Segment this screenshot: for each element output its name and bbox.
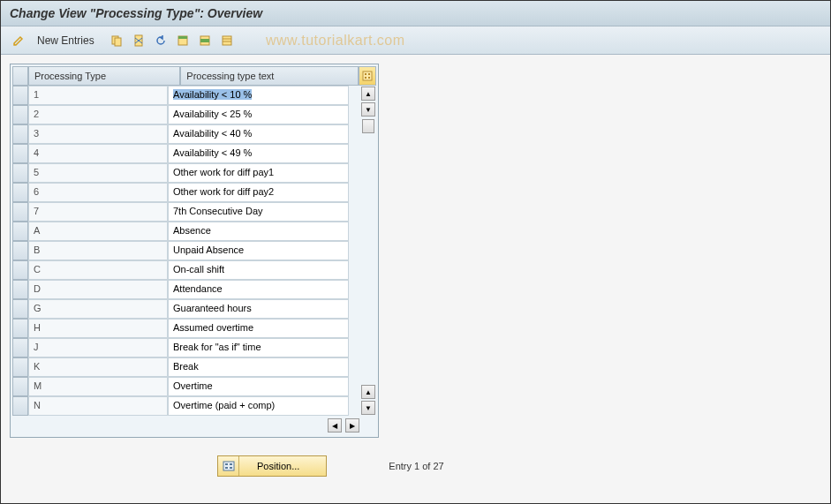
processing-type-text-cell[interactable]: Break for "as if" time bbox=[168, 338, 349, 357]
processing-type-text-cell[interactable]: 7th Consecutive Day bbox=[168, 202, 349, 222]
table-row[interactable]: DAttendance bbox=[12, 280, 360, 299]
processing-type-text-cell[interactable]: Other work for diff pay1 bbox=[168, 163, 349, 183]
scroll-right-arrow-icon[interactable]: ▶ bbox=[345, 418, 359, 433]
row-selector[interactable] bbox=[12, 163, 28, 183]
processing-type-cell[interactable]: H bbox=[28, 319, 168, 338]
row-selector[interactable] bbox=[12, 377, 28, 396]
table-row[interactable]: GGuaranteed hours bbox=[12, 299, 360, 319]
column-header-text[interactable]: Processing type text bbox=[180, 66, 359, 86]
processing-type-cell[interactable]: 7 bbox=[28, 202, 168, 222]
row-selector[interactable] bbox=[12, 299, 28, 319]
footer-area: Position... Entry 1 of 27 bbox=[10, 438, 821, 494]
processing-type-cell[interactable]: 3 bbox=[28, 124, 168, 144]
table-row[interactable]: 4Availability < 49 % bbox=[12, 144, 360, 163]
processing-type-cell[interactable]: D bbox=[28, 280, 168, 299]
scroll-down-arrow-icon[interactable]: ▼ bbox=[361, 401, 375, 415]
horizontal-scrollbar[interactable]: ◀ ▶ bbox=[12, 416, 376, 435]
undo-icon[interactable] bbox=[152, 32, 170, 49]
processing-type-text-cell[interactable]: Overtime (paid + comp) bbox=[168, 396, 349, 416]
processing-type-cell[interactable]: 5 bbox=[28, 163, 168, 183]
row-selector[interactable] bbox=[12, 105, 28, 124]
table-row[interactable]: BUnpaid Absence bbox=[12, 241, 360, 260]
position-icon bbox=[218, 456, 239, 476]
table-row[interactable]: 6Other work for diff pay2 bbox=[12, 183, 360, 202]
processing-type-text-cell[interactable]: Availability < 10 % bbox=[168, 86, 349, 105]
processing-type-cell[interactable]: C bbox=[28, 260, 168, 280]
processing-type-text-cell[interactable]: Overtime bbox=[168, 377, 349, 396]
processing-type-cell[interactable]: 2 bbox=[28, 105, 168, 124]
processing-type-cell[interactable]: J bbox=[28, 338, 168, 357]
processing-type-text-cell[interactable]: Unpaid Absence bbox=[168, 241, 349, 260]
row-selector[interactable] bbox=[12, 396, 28, 416]
row-selector[interactable] bbox=[12, 86, 28, 105]
processing-type-text-cell[interactable]: Availability < 49 % bbox=[168, 144, 349, 163]
position-button[interactable]: Position... bbox=[217, 455, 327, 477]
processing-type-cell[interactable]: B bbox=[28, 241, 168, 260]
processing-type-cell[interactable]: G bbox=[28, 299, 168, 319]
table-row[interactable]: MOvertime bbox=[12, 377, 360, 396]
row-header-corner[interactable] bbox=[12, 66, 28, 86]
table-row[interactable]: 3Availability < 40 % bbox=[12, 124, 360, 144]
change-icon[interactable] bbox=[10, 32, 27, 49]
table-row[interactable]: NOvertime (paid + comp) bbox=[12, 396, 360, 416]
svg-rect-6 bbox=[200, 39, 209, 42]
vertical-scrollbar[interactable]: ▲ ▼ ▲ ▼ bbox=[360, 86, 376, 416]
processing-type-text-cell[interactable]: Break bbox=[168, 357, 349, 377]
processing-type-text-cell[interactable]: Absence bbox=[168, 222, 349, 241]
processing-type-text-cell[interactable]: Other work for diff pay2 bbox=[168, 183, 349, 202]
table-row[interactable]: 5Other work for diff pay1 bbox=[12, 163, 360, 183]
row-selector[interactable] bbox=[12, 338, 28, 357]
processing-type-text-cell[interactable]: Attendance bbox=[168, 280, 349, 299]
entry-counter: Entry 1 of 27 bbox=[389, 461, 443, 471]
processing-type-cell[interactable]: 6 bbox=[28, 183, 168, 202]
svg-rect-15 bbox=[223, 462, 234, 470]
processing-type-text-cell[interactable]: Assumed overtime bbox=[168, 319, 349, 338]
new-entries-button[interactable]: New Entries bbox=[32, 33, 100, 49]
select-all-icon[interactable] bbox=[174, 32, 192, 49]
scroll-up-arrow-icon[interactable]: ▲ bbox=[361, 87, 375, 101]
table-row[interactable]: 1Availability < 10 % bbox=[12, 86, 360, 105]
row-selector[interactable] bbox=[12, 202, 28, 222]
deselect-all-icon[interactable] bbox=[218, 32, 236, 49]
select-all-column-button[interactable] bbox=[359, 66, 376, 86]
row-selector[interactable] bbox=[12, 183, 28, 202]
scroll-down-step-icon[interactable]: ▼ bbox=[361, 102, 375, 117]
position-button-label: Position... bbox=[239, 461, 326, 471]
page-title: Change View "Processing Type": Overview bbox=[1, 1, 830, 26]
processing-type-cell[interactable]: N bbox=[28, 396, 168, 416]
processing-type-cell[interactable]: 1 bbox=[28, 86, 168, 105]
column-header-type[interactable]: Processing Type bbox=[28, 66, 180, 86]
delete-icon[interactable] bbox=[130, 32, 147, 49]
toolbar: New Entries www.tutorialkart.com bbox=[1, 26, 830, 55]
copy-icon[interactable] bbox=[108, 32, 125, 49]
scroll-up-step-icon[interactable]: ▲ bbox=[361, 385, 375, 399]
processing-type-cell[interactable]: M bbox=[28, 377, 168, 396]
svg-rect-12 bbox=[368, 73, 370, 75]
processing-type-text-cell[interactable]: On-call shift bbox=[168, 260, 349, 280]
row-selector[interactable] bbox=[12, 124, 28, 144]
processing-type-cell[interactable]: 4 bbox=[28, 144, 168, 163]
row-selector[interactable] bbox=[12, 357, 28, 377]
row-selector[interactable] bbox=[12, 241, 28, 260]
table-row[interactable]: COn-call shift bbox=[12, 260, 360, 280]
row-selector[interactable] bbox=[12, 260, 28, 280]
table-row[interactable]: 77th Consecutive Day bbox=[12, 202, 360, 222]
svg-rect-10 bbox=[363, 71, 372, 80]
processing-type-text-cell[interactable]: Availability < 25 % bbox=[168, 105, 349, 124]
processing-type-cell[interactable]: K bbox=[28, 357, 168, 377]
processing-type-text-cell[interactable]: Guaranteed hours bbox=[168, 299, 349, 319]
table-row[interactable]: JBreak for "as if" time bbox=[12, 338, 360, 357]
row-selector[interactable] bbox=[12, 144, 28, 163]
table-row[interactable]: HAssumed overtime bbox=[12, 319, 360, 338]
row-selector[interactable] bbox=[12, 222, 28, 241]
scroll-thumb[interactable] bbox=[362, 119, 374, 133]
processing-type-text-cell[interactable]: Availability < 40 % bbox=[168, 124, 349, 144]
table-row[interactable]: 2Availability < 25 % bbox=[12, 105, 360, 124]
row-selector[interactable] bbox=[12, 280, 28, 299]
row-selector[interactable] bbox=[12, 319, 28, 338]
scroll-left-arrow-icon[interactable]: ◀ bbox=[328, 418, 342, 433]
processing-type-cell[interactable]: A bbox=[28, 222, 168, 241]
table-row[interactable]: AAbsence bbox=[12, 222, 360, 241]
select-block-icon[interactable] bbox=[196, 32, 214, 49]
table-row[interactable]: KBreak bbox=[12, 357, 360, 377]
